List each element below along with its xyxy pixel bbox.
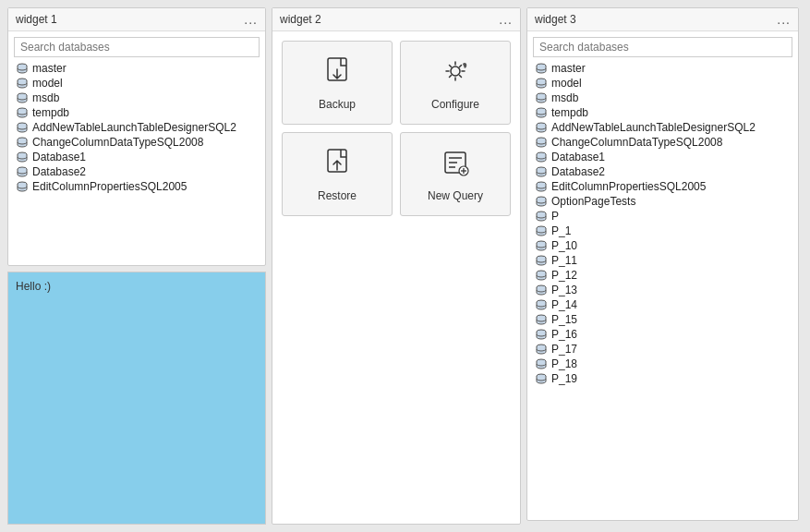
- database-icon: [535, 299, 548, 310]
- database-icon: [535, 373, 548, 384]
- list-item[interactable]: tempdb: [533, 105, 792, 120]
- db-name: P_10: [551, 239, 577, 252]
- restore-label: Restore: [318, 189, 357, 202]
- database-icon: [16, 151, 29, 163]
- list-item[interactable]: AddNewTableLaunchTableDesignerSQL2: [533, 120, 792, 135]
- list-item[interactable]: EditColumnPropertiesSQL2005: [533, 179, 792, 194]
- database-icon: [535, 78, 548, 89]
- list-item[interactable]: model: [14, 76, 260, 91]
- database-icon: [16, 181, 29, 192]
- backup-icon: [320, 54, 354, 94]
- main-layout: widget 1 ... master model msdb tempdb: [0, 0, 810, 532]
- database-icon: [535, 255, 548, 266]
- db-name: ChangeColumnDataTypeSQL2008: [32, 136, 203, 149]
- list-item[interactable]: P_11: [533, 253, 792, 268]
- list-item[interactable]: P_18: [533, 357, 792, 371]
- list-item[interactable]: OptionPageTests: [533, 194, 792, 209]
- list-item[interactable]: P_16: [533, 327, 792, 342]
- widget-3-db-list: master model msdb tempdb AddNewTableLaun…: [533, 61, 792, 386]
- database-icon: [535, 151, 548, 163]
- db-name: P_19: [551, 372, 577, 385]
- list-item[interactable]: P_15: [533, 312, 792, 327]
- db-name: P_12: [551, 269, 577, 282]
- list-item[interactable]: P: [533, 209, 792, 224]
- widget-3-menu[interactable]: ...: [777, 12, 791, 27]
- db-name: EditColumnPropertiesSQL2005: [551, 180, 706, 193]
- database-icon: [535, 107, 548, 118]
- list-item[interactable]: model: [533, 76, 792, 91]
- list-item[interactable]: AddNewTableLaunchTableDesignerSQL2: [14, 120, 260, 135]
- db-name: Database2: [551, 165, 605, 178]
- db-name: P: [551, 210, 559, 223]
- list-item[interactable]: msdb: [533, 91, 792, 105]
- list-item[interactable]: Database2: [533, 164, 792, 179]
- svg-point-10: [451, 66, 460, 76]
- list-item[interactable]: P_12: [533, 268, 792, 283]
- restore-button[interactable]: Restore: [282, 132, 393, 216]
- list-item[interactable]: P_17: [533, 342, 792, 357]
- list-item[interactable]: ChangeColumnDataTypeSQL2008: [533, 135, 792, 150]
- configure-button[interactable]: Configure: [400, 41, 511, 125]
- db-name: AddNewTableLaunchTableDesignerSQL2: [551, 121, 756, 134]
- left-column: widget 1 ... master model msdb tempdb: [7, 7, 266, 525]
- list-item[interactable]: master: [533, 61, 792, 76]
- database-icon: [535, 211, 548, 222]
- restore-icon: [320, 146, 354, 186]
- list-item[interactable]: ChangeColumnDataTypeSQL2008: [14, 135, 260, 150]
- list-item[interactable]: msdb: [14, 91, 260, 105]
- widget-3-header: widget 3 ...: [527, 8, 798, 31]
- list-item[interactable]: Database2: [14, 164, 260, 179]
- list-item[interactable]: P_14: [533, 297, 792, 312]
- db-name: tempdb: [551, 106, 588, 119]
- list-item[interactable]: P_1: [533, 224, 792, 238]
- database-icon: [535, 240, 548, 251]
- database-icon: [16, 107, 29, 118]
- widget-1-search[interactable]: [14, 37, 260, 57]
- db-name: tempdb: [32, 106, 69, 119]
- backup-label: Backup: [319, 98, 356, 111]
- db-name: model: [32, 77, 63, 90]
- db-name: AddNewTableLaunchTableDesignerSQL2: [32, 121, 236, 134]
- db-name: P_18: [551, 357, 577, 370]
- database-icon: [535, 166, 548, 177]
- widget-3: widget 3 ... master model msdb tempdb Ad…: [526, 7, 799, 521]
- new-query-label: New Query: [428, 189, 483, 202]
- widget-1-header: widget 1 ...: [8, 8, 265, 31]
- list-item[interactable]: tempdb: [14, 105, 260, 120]
- list-item[interactable]: P_13: [533, 283, 792, 297]
- database-icon: [535, 92, 548, 103]
- database-icon: [16, 78, 29, 89]
- db-name: P_17: [551, 343, 577, 356]
- new-query-icon: [439, 146, 472, 186]
- widget-3-search[interactable]: [533, 37, 792, 57]
- list-item[interactable]: P_10: [533, 238, 792, 253]
- widget-3-body: master model msdb tempdb AddNewTableLaun…: [527, 31, 798, 512]
- db-name: P_11: [551, 254, 577, 267]
- new-query-button[interactable]: New Query: [400, 132, 511, 216]
- database-icon: [535, 196, 548, 207]
- database-icon: [535, 358, 548, 369]
- backup-button[interactable]: Backup: [282, 41, 393, 125]
- db-name: master: [32, 62, 66, 75]
- db-name: P_15: [551, 313, 577, 326]
- widget-1-menu[interactable]: ...: [244, 12, 258, 27]
- widget-1-db-list: master model msdb tempdb AddNewTableLaun…: [14, 61, 260, 194]
- list-item[interactable]: master: [14, 61, 260, 76]
- widget-2-menu[interactable]: ...: [499, 12, 513, 27]
- database-icon: [535, 270, 548, 281]
- db-name: P_16: [551, 328, 577, 341]
- list-item[interactable]: P_19: [533, 371, 792, 386]
- database-icon: [535, 329, 548, 340]
- database-icon: [16, 63, 29, 74]
- widget-3-title: widget 3: [535, 13, 576, 26]
- db-name: OptionPageTests: [551, 195, 635, 208]
- list-item[interactable]: Database1: [14, 150, 260, 164]
- list-item[interactable]: EditColumnPropertiesSQL2005: [14, 179, 260, 194]
- database-icon: [535, 122, 548, 133]
- db-name: Database1: [32, 151, 86, 163]
- database-icon: [535, 225, 548, 236]
- list-item[interactable]: Database1: [533, 150, 792, 164]
- database-icon: [535, 284, 548, 296]
- db-name: model: [551, 77, 582, 90]
- database-icon: [535, 63, 548, 74]
